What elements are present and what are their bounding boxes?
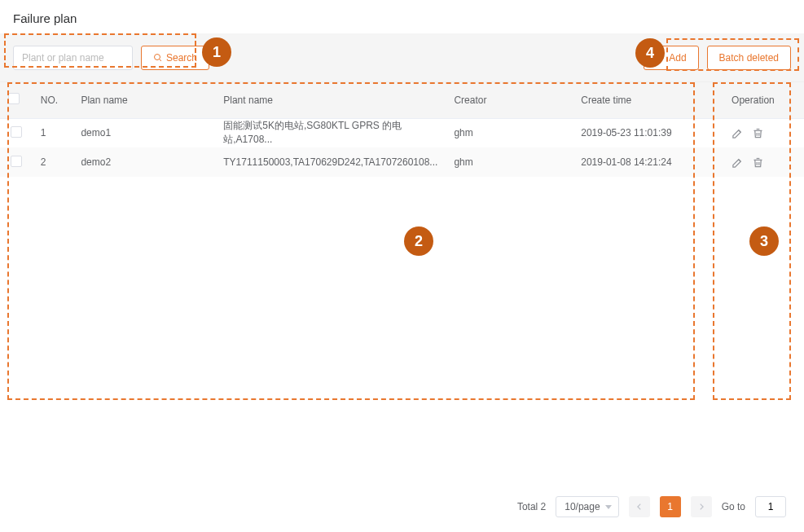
col-plan-name: Plan name xyxy=(72,82,215,118)
select-all-checkbox[interactable] xyxy=(8,93,20,104)
cell-plant-name: 固能测试5K的电站,SG80KTL GPRS 的电站,A1708... xyxy=(215,118,446,147)
batch-delete-button-label: Batch deleted xyxy=(719,52,779,64)
row-checkbox[interactable] xyxy=(11,126,22,138)
search-icon xyxy=(153,53,163,63)
goto-label: Go to xyxy=(722,501,745,512)
col-plant-name: Plant name xyxy=(215,82,446,118)
cell-create-time: 2019-01-08 14:21:24 xyxy=(573,147,723,177)
delete-icon[interactable] xyxy=(752,156,764,169)
cell-plant-name: TY1711150003,TA170629D242,TA1707260108..… xyxy=(215,147,446,177)
page-number-button[interactable]: 1 xyxy=(660,496,681,517)
chevron-right-icon xyxy=(697,503,705,511)
pagination: Total 2 10/page 1 Go to xyxy=(517,496,786,517)
cell-creator: ghm xyxy=(446,147,573,177)
svg-line-1 xyxy=(160,59,162,61)
page-size-select[interactable]: 10/page xyxy=(556,496,618,517)
add-button-label: Add xyxy=(669,52,686,64)
toolbar-right: Add Batch deleted xyxy=(644,46,791,70)
toolbar: Search Add Batch deleted xyxy=(0,33,804,82)
col-no: NO. xyxy=(33,82,73,118)
cell-creator: ghm xyxy=(446,118,573,147)
col-creator: Creator xyxy=(446,82,573,118)
batch-delete-button[interactable]: Batch deleted xyxy=(707,46,791,70)
edit-icon[interactable] xyxy=(732,127,744,139)
table-row: 2 demo2 TY1711150003,TA170629D242,TA1707… xyxy=(0,147,804,177)
cell-create-time: 2019-05-23 11:01:39 xyxy=(573,118,723,147)
annotation-circle-3: 3 xyxy=(749,226,779,256)
edit-icon[interactable] xyxy=(732,156,744,169)
table-header-row: NO. Plan name Plant name Creator Create … xyxy=(0,82,804,118)
search-button[interactable]: Search xyxy=(141,46,209,70)
col-operation: Operation xyxy=(723,82,804,118)
search-button-label: Search xyxy=(166,52,197,64)
total-label: Total 2 xyxy=(517,501,546,512)
annotation-circle-2: 2 xyxy=(404,226,433,256)
prev-page-button[interactable] xyxy=(629,496,650,517)
svg-point-0 xyxy=(155,54,160,59)
next-page-button[interactable] xyxy=(691,496,712,517)
chevron-left-icon xyxy=(635,503,644,511)
delete-icon[interactable] xyxy=(752,127,764,139)
goto-input[interactable] xyxy=(755,496,786,517)
cell-no: 1 xyxy=(33,118,73,147)
toolbar-left: Search xyxy=(13,46,209,70)
plus-icon xyxy=(656,53,666,63)
plan-table: NO. Plan name Plant name Creator Create … xyxy=(0,82,804,177)
row-checkbox[interactable] xyxy=(11,156,22,167)
add-button[interactable]: Add xyxy=(644,46,698,70)
table-row: 1 demo1 固能测试5K的电站,SG80KTL GPRS 的电站,A1708… xyxy=(0,118,804,147)
cell-plan-name: demo2 xyxy=(72,147,215,177)
cell-no: 2 xyxy=(33,147,73,177)
page-title: Failure plan xyxy=(0,0,804,33)
col-create-time: Create time xyxy=(573,82,723,118)
cell-plan-name: demo1 xyxy=(72,118,215,147)
search-input[interactable] xyxy=(13,46,133,70)
